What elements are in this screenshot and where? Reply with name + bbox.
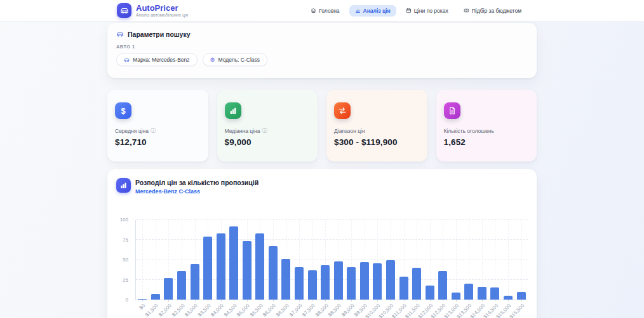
bar[interactable] <box>464 284 473 300</box>
brand-filter-chip[interactable]: Марка: Mercedes-Benz <box>116 53 198 66</box>
bar[interactable] <box>478 287 486 300</box>
axis-tick <box>247 300 248 301</box>
y-tick-label: 75 <box>123 237 128 243</box>
bar[interactable] <box>373 263 382 300</box>
bar-slot: $3,000 <box>188 220 201 300</box>
bar[interactable] <box>490 287 499 300</box>
price-distribution-chart: 0255075100 $0$1,500$2,000$2,500$3,000$3,… <box>116 220 528 300</box>
dollar-icon: $ <box>115 102 131 119</box>
axis-tick <box>430 300 431 301</box>
bar[interactable] <box>243 241 252 300</box>
grid-line <box>521 220 522 300</box>
nav-item-home[interactable]: Головна <box>305 5 345 17</box>
arrows-swap-icon <box>334 102 351 119</box>
bar-slot: $7,500 <box>305 220 319 300</box>
bar-chart-icon <box>355 8 361 13</box>
bar-slot: $11,000 <box>397 220 410 300</box>
x-tick-label: $2,000 <box>158 303 173 318</box>
axis-tick <box>404 300 405 301</box>
bar-chart-icon <box>225 102 241 119</box>
axis-tick <box>339 300 339 301</box>
chart-title: Розподіл цін за кількістю пропозицій <box>135 179 258 186</box>
bar-slot: $14,500 <box>488 220 502 300</box>
bar[interactable] <box>452 293 460 300</box>
bar[interactable] <box>412 268 421 300</box>
bar-slot: $8,500 <box>332 220 345 300</box>
nav-item-price-analysis[interactable]: Аналіз цін <box>349 5 396 17</box>
bar-slot: $13,000 <box>450 220 463 300</box>
x-tick-label: $8,500 <box>327 303 342 318</box>
bar-slot: $6,500 <box>279 220 293 300</box>
grid-line <box>508 220 509 300</box>
y-tick-label: 25 <box>123 277 128 283</box>
main-nav: Головна Аналіз цін Ціни по роках Підбір … <box>305 5 527 17</box>
axis-tick <box>495 300 495 301</box>
document-icon <box>444 102 460 119</box>
bar[interactable] <box>217 233 225 300</box>
bar[interactable] <box>295 267 304 300</box>
bar-slot: $2,000 <box>162 220 175 300</box>
axis-tick <box>182 300 182 301</box>
bar[interactable] <box>386 260 395 300</box>
bar-slot: $15,000 <box>502 220 515 300</box>
bar[interactable] <box>151 294 160 300</box>
bar-slot: $7,000 <box>293 220 306 300</box>
x-tick-label: $3,500 <box>197 303 212 318</box>
bar-slot: $0 <box>136 220 149 300</box>
bar[interactable] <box>229 226 238 300</box>
x-tick-label: $9,000 <box>340 303 356 318</box>
nav-item-budget-picker[interactable]: Підбір за бюджетом <box>458 5 527 17</box>
bar-slot: $12,500 <box>436 220 450 300</box>
axis-tick <box>456 300 457 301</box>
axis-tick <box>365 300 365 301</box>
axis-tick <box>391 300 391 301</box>
y-tick-label: 100 <box>120 217 128 223</box>
model-filter-chip[interactable]: ⚙ Модель: C-Class <box>203 53 268 66</box>
stat-value: 1,652 <box>444 137 530 147</box>
stat-label: Середня ціна <box>115 128 149 134</box>
bar[interactable] <box>438 271 447 300</box>
axis-tick <box>351 300 352 301</box>
chart-header: Розподіл цін за кількістю пропозицій Mer… <box>116 178 528 195</box>
x-tick-label: $2,500 <box>171 303 186 318</box>
bar[interactable] <box>269 246 278 300</box>
bar-slot: $12,000 <box>423 220 436 300</box>
bar[interactable] <box>360 262 369 300</box>
stat-label: Кількість оголошень <box>444 128 494 134</box>
bar[interactable] <box>347 267 356 300</box>
bar[interactable] <box>321 265 330 300</box>
axis-tick <box>221 300 222 301</box>
brand[interactable]: AutoPricer Аналіз автомобільних цін <box>117 3 188 18</box>
bar[interactable] <box>255 233 264 300</box>
nav-item-prices-by-year[interactable]: Ціни по роках <box>400 5 454 17</box>
bar[interactable] <box>334 261 343 300</box>
x-tick-label: $7,500 <box>301 303 316 318</box>
plot-area: $0$1,500$2,000$2,500$3,000$3,500$4,000$4… <box>135 220 528 300</box>
bar-slot: $14,000 <box>476 220 489 300</box>
bar[interactable] <box>164 278 173 300</box>
bar[interactable] <box>191 264 199 300</box>
axis-tick <box>417 300 417 301</box>
bar[interactable] <box>426 286 434 300</box>
bar-slot: $4,500 <box>227 220 241 300</box>
stat-card-price-range: Діапазон цін $300 - $119,900 <box>326 90 427 162</box>
bar[interactable] <box>399 277 408 300</box>
car-icon <box>124 57 130 63</box>
axis-tick <box>142 300 143 301</box>
bar[interactable] <box>308 270 317 300</box>
search-params-title: Параметри пошуку <box>128 31 190 38</box>
axis-tick <box>443 300 443 301</box>
gear-icon: ⚙ <box>210 57 215 63</box>
bar[interactable] <box>177 271 186 300</box>
info-icon[interactable]: ⓘ <box>262 128 267 134</box>
car-icon <box>116 31 124 38</box>
grid-line <box>142 220 143 300</box>
info-icon[interactable]: ⓘ <box>151 128 156 134</box>
bar[interactable] <box>281 259 290 300</box>
y-axis-labels: 0255075100 <box>116 220 132 300</box>
bar[interactable] <box>203 237 212 300</box>
stat-value: $12,710 <box>115 137 201 147</box>
bar-slot: $8,000 <box>319 220 332 300</box>
bar-slot: $13,500 <box>462 220 476 300</box>
bar[interactable] <box>517 292 526 300</box>
